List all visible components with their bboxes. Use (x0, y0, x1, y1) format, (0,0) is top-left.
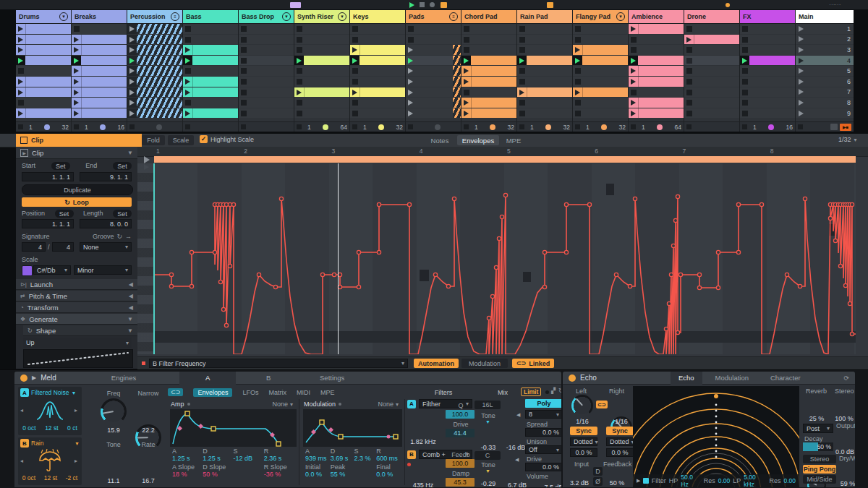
engine-a-prev-icon[interactable]: ◂ (20, 407, 23, 414)
clip-launch-icon[interactable] (129, 37, 135, 43)
subtab-envelopes[interactable]: Envelopes (193, 388, 232, 397)
clip-slot[interactable] (629, 56, 684, 66)
clip-slot[interactable] (294, 24, 349, 34)
linked-toggle[interactable]: ⊂⊃Linked (512, 359, 554, 368)
clip-slot[interactable] (183, 56, 238, 66)
scene-launch-icon[interactable] (799, 36, 804, 42)
meld-engines-tab[interactable]: Engines (104, 372, 143, 385)
clip-slot[interactable] (684, 24, 739, 34)
scene-launch-icon[interactable] (799, 89, 804, 95)
clip-slot[interactable] (127, 56, 182, 66)
loop-length-field[interactable]: 8. 0. 0 (80, 219, 132, 228)
amp-route-select[interactable]: None (269, 401, 296, 408)
clip-slot[interactable] (406, 24, 461, 34)
engine-b-cents[interactable]: -2 ct (66, 474, 78, 481)
clip-slot[interactable] (16, 35, 71, 45)
clip-slot[interactable] (517, 87, 572, 98)
clip-launch-icon[interactable] (464, 79, 469, 85)
clip-slot[interactable] (239, 45, 294, 55)
clip-launch-icon[interactable] (575, 47, 580, 53)
clip-stop-button[interactable] (241, 47, 247, 53)
clip-launch-icon[interactable] (185, 111, 190, 116)
stereo-width-value[interactable]: 100 % (832, 415, 855, 422)
scene-launch-icon[interactable] (799, 26, 804, 32)
engine-a-semitones[interactable]: 12 st (45, 424, 58, 432)
scale-root-select[interactable]: C#/Db (33, 265, 71, 275)
automation-breakpoint[interactable] (671, 244, 675, 247)
clip-stop-button[interactable] (241, 26, 247, 32)
limit-toggle[interactable]: Limit (521, 388, 541, 396)
clip-stop-button[interactable] (352, 37, 358, 43)
clip-stop-button[interactable] (352, 79, 358, 85)
channel-mode-stereo[interactable]: Stereo (803, 455, 836, 463)
keyboard-mode-icon[interactable]: ▞ (551, 388, 556, 394)
automation-toggle[interactable]: Automation (414, 359, 459, 368)
clip-slot[interactable] (239, 87, 294, 98)
length-set-button[interactable]: Set (113, 210, 132, 218)
echo-phase-button[interactable]: Ø (593, 477, 603, 486)
filter-b-damp-value[interactable]: 45.3 (446, 478, 475, 487)
automation-breakpoint[interactable] (803, 197, 807, 200)
hotswap-icon[interactable]: ↻ (558, 388, 561, 394)
clip-stop-button[interactable] (742, 111, 748, 116)
clip-slot[interactable] (406, 108, 461, 119)
clip-stop-button[interactable] (519, 100, 525, 106)
automation-breakpoint[interactable] (736, 250, 740, 254)
position-set-button[interactable]: Set (55, 210, 74, 218)
clip-slot[interactable] (127, 66, 182, 76)
clip-stop-button[interactable] (241, 58, 247, 64)
clip-slot[interactable] (517, 77, 572, 87)
clip-slot[interactable] (127, 45, 182, 55)
stereo-link-button[interactable]: ⊂⊃ (596, 401, 608, 408)
engine-b-select[interactable]: Rain (31, 440, 72, 447)
engine-a-oct[interactable]: 0 oct (22, 424, 35, 432)
clip-launch-icon[interactable] (631, 79, 636, 85)
clip-slot[interactable] (629, 45, 684, 55)
clip-launch-icon[interactable] (352, 90, 357, 95)
clip-slot[interactable] (684, 35, 739, 45)
clip-slot[interactable] (127, 35, 182, 45)
clip-slot[interactable] (461, 87, 516, 98)
clip-stop-button[interactable] (686, 111, 692, 116)
subtab-midi[interactable]: MIDI (297, 389, 310, 396)
section-pitch-time[interactable]: ⇄ Pitch & Time◀ (16, 291, 137, 301)
automation-breakpoint[interactable] (279, 197, 283, 200)
scene-slot[interactable]: 4 (796, 56, 854, 66)
clip-slot[interactable] (127, 98, 182, 108)
clip-slot[interactable] (239, 35, 294, 45)
mod-envelope-graph[interactable] (303, 409, 402, 447)
clip-slot[interactable] (183, 87, 238, 98)
clip-launch-icon[interactable] (185, 47, 190, 53)
channel-mode-pingpong[interactable]: Ping Pong (803, 465, 836, 474)
automation-breakpoint[interactable] (338, 285, 341, 288)
clip-slot[interactable] (517, 98, 572, 108)
clip-slot[interactable] (239, 108, 294, 119)
clip-slot[interactable] (72, 87, 127, 98)
clip-stop-button[interactable] (241, 90, 247, 95)
automation-breakpoint[interactable] (850, 332, 854, 335)
clip-stop-button[interactable] (74, 26, 80, 32)
clip-launch-icon[interactable] (74, 90, 79, 95)
clip-launch-icon[interactable] (519, 90, 524, 95)
mod-release[interactable]: 600 ms (376, 455, 400, 462)
track-header[interactable]: Bass Drop▼ (239, 10, 294, 24)
clip-stop-button[interactable] (742, 100, 748, 106)
clip-slot[interactable] (183, 77, 238, 87)
scene-slot[interactable]: 2 (796, 35, 854, 45)
automation-breakpoint[interactable] (760, 202, 763, 206)
clip-slot[interactable] (461, 56, 516, 66)
track-menu-icon[interactable]: ≡ (449, 12, 458, 21)
automation-breakpoint[interactable] (716, 286, 720, 289)
echo-lp-res[interactable]: 0.00 (783, 477, 796, 484)
groove-select[interactable]: None (80, 242, 132, 252)
clip-stop-button[interactable] (575, 68, 581, 74)
volume-value[interactable]: -7.5 dB (540, 484, 561, 487)
engine-b-prev-icon[interactable]: ◂ (20, 458, 23, 464)
clip-playing-icon[interactable] (129, 58, 135, 64)
subtab-lfos[interactable]: LFOs (242, 389, 258, 396)
automation-breakpoint[interactable] (838, 264, 842, 267)
mix-a-tone-value[interactable]: -0.33 (476, 444, 501, 451)
freq-knob[interactable] (101, 398, 127, 424)
clip-slot[interactable] (239, 24, 294, 34)
automation-breakpoint[interactable] (190, 284, 193, 288)
